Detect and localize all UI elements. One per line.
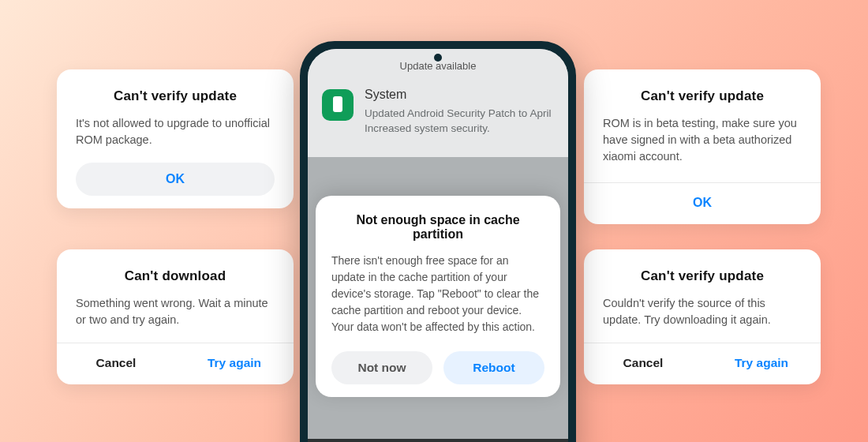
not-now-button[interactable]: Not now	[331, 351, 432, 384]
update-summary-block: System Updated Android Security Patch to…	[308, 77, 568, 157]
dialog-title: Can't verify update	[603, 268, 802, 284]
modal-body: There isn't enough free space for an upd…	[331, 253, 544, 335]
ok-button[interactable]: OK	[584, 182, 821, 224]
dialog-body: Couldn't verify the source of this updat…	[603, 295, 802, 328]
modal-actions: Not now Reboot	[331, 351, 544, 384]
system-label: System	[365, 88, 554, 102]
phone-frame: Update available System Updated Android …	[300, 41, 576, 442]
camera-notch	[434, 54, 442, 62]
dialog-title: Can't download	[76, 268, 275, 284]
cache-space-modal: Not enough space in cache partition Ther…	[316, 196, 560, 397]
cancel-button[interactable]: Cancel	[57, 343, 175, 384]
phone-screen: Update available System Updated Android …	[308, 49, 568, 442]
update-summary-text: System Updated Android Security Patch to…	[365, 88, 554, 137]
ok-button[interactable]: OK	[76, 163, 275, 196]
dialog-verify-unofficial-rom: Can't verify update It's not allowed to …	[57, 69, 294, 208]
dialog-cant-download: Can't download Something went wrong. Wai…	[57, 249, 294, 384]
dialog-body: ROM is in beta testing, make sure you ha…	[603, 115, 802, 165]
dialog-title: Can't verify update	[603, 88, 802, 104]
system-app-icon	[322, 89, 354, 121]
try-again-button[interactable]: Try again	[702, 343, 821, 384]
modal-title: Not enough space in cache partition	[331, 213, 544, 242]
system-description: Updated Android Security Patch to April …	[365, 107, 554, 137]
cancel-button[interactable]: Cancel	[584, 343, 702, 384]
reboot-button[interactable]: Reboot	[443, 351, 544, 384]
dialog-actions: Cancel Try again	[57, 343, 294, 384]
dialog-actions: Cancel Try again	[584, 343, 821, 384]
stage: Can't verify update It's not allowed to …	[0, 0, 868, 442]
dialog-verify-source: Can't verify update Couldn't verify the …	[584, 249, 821, 384]
dialog-title: Can't verify update	[76, 88, 275, 104]
try-again-button[interactable]: Try again	[175, 343, 294, 384]
android-nav-bar	[308, 439, 568, 442]
dialog-body: It's not allowed to upgrade to unofficia…	[76, 115, 275, 148]
dialog-verify-beta-rom: Can't verify update ROM is in beta testi…	[584, 69, 821, 224]
dialog-body: Something went wrong. Wait a minute or t…	[76, 295, 275, 328]
